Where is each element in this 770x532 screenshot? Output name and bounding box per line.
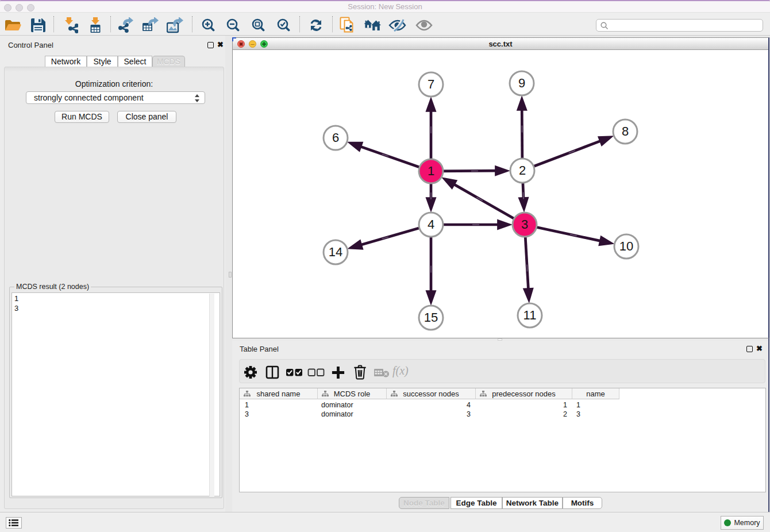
svg-text:2: 2 (519, 163, 526, 178)
svg-text:4: 4 (428, 217, 434, 232)
svg-text:9: 9 (518, 76, 525, 90)
svg-text:15: 15 (424, 310, 438, 325)
svg-text:1: 1 (428, 164, 434, 178)
svg-text:11: 11 (523, 308, 537, 322)
svg-text:8: 8 (622, 124, 629, 138)
svg-text:3: 3 (521, 217, 528, 232)
svg-text:7: 7 (428, 77, 434, 91)
svg-text:14: 14 (329, 245, 342, 259)
svg-text:10: 10 (619, 239, 633, 253)
svg-text:6: 6 (332, 130, 339, 145)
